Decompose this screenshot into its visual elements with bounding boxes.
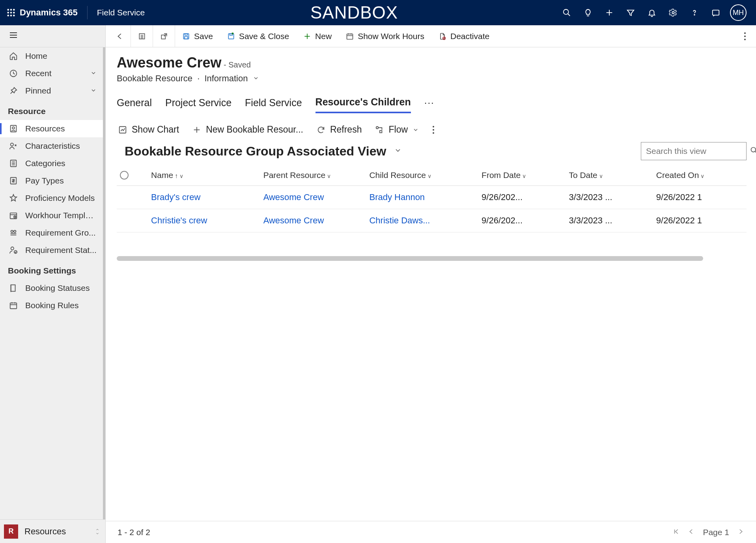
area-switcher[interactable]: R Resources <box>0 519 105 543</box>
deactivate-button[interactable]: Deactivate <box>431 25 497 47</box>
product-brand[interactable]: Dynamics 365 <box>18 7 82 18</box>
form-command-bar: Save Save & Close New Show Work Hours De… <box>106 25 756 47</box>
search-view[interactable] <box>641 142 747 160</box>
search-input[interactable] <box>645 146 750 156</box>
show-chart-button[interactable]: Show Chart <box>118 124 179 135</box>
svg-point-8 <box>13 15 15 17</box>
svg-point-22 <box>11 143 13 146</box>
page-label: Page 1 <box>703 528 729 537</box>
col-created[interactable]: Created On∨ <box>653 165 747 186</box>
back-button[interactable] <box>109 25 131 47</box>
svg-point-5 <box>13 12 15 13</box>
refresh-button[interactable]: Refresh <box>317 124 362 135</box>
nav-characteristics[interactable]: Characteristics <box>0 137 103 155</box>
nav-item-label: Requirement Stat... <box>25 245 97 255</box>
chevron-down-icon[interactable] <box>253 73 259 83</box>
form-name[interactable]: Information <box>204 73 248 83</box>
show-work-hours-button[interactable]: Show Work Hours <box>339 25 431 47</box>
search-icon[interactable] <box>750 146 756 156</box>
divider <box>87 6 88 19</box>
nav-group-booking-settings: Booking Settings <box>0 259 103 279</box>
select-all[interactable] <box>117 165 148 186</box>
svg-rect-37 <box>11 285 15 292</box>
nav-pay-types[interactable]: Pay Types <box>0 172 103 189</box>
nav-home[interactable]: Home <box>0 47 103 65</box>
cell-child[interactable]: Christie Daws... <box>366 209 478 232</box>
horizontal-scrollbar[interactable] <box>117 256 703 261</box>
cell-from: 9/26/202... <box>478 186 566 209</box>
nav-recent[interactable]: Recent <box>0 65 103 82</box>
assistant-icon[interactable] <box>709 6 723 20</box>
new-row-button[interactable]: New Bookable Resour... <box>192 124 303 135</box>
col-child[interactable]: Child Resource∨ <box>366 165 478 186</box>
col-to[interactable]: To Date∨ <box>566 165 653 186</box>
search-icon[interactable] <box>560 6 574 20</box>
first-page-icon[interactable] <box>673 528 680 537</box>
app-launcher-icon[interactable] <box>4 6 18 20</box>
command-overflow-icon[interactable] <box>737 25 753 47</box>
col-name[interactable]: Name↑∨ <box>148 165 260 186</box>
chevron-down-icon <box>90 86 97 95</box>
nav-resources[interactable]: Resources <box>0 120 103 137</box>
cell-parent[interactable]: Awesome Crew <box>260 186 366 209</box>
deactivate-label: Deactivate <box>450 32 489 41</box>
tab-field-service[interactable]: Field Service <box>245 95 302 112</box>
svg-point-67 <box>376 126 379 129</box>
lightbulb-icon[interactable] <box>581 6 595 20</box>
nav-item-label: Requirement Gro... <box>25 228 97 238</box>
nav-proficiency[interactable]: Proficiency Models <box>0 189 103 207</box>
tab-general[interactable]: General <box>117 95 152 112</box>
next-page-icon[interactable] <box>737 528 744 537</box>
svg-point-31 <box>11 230 13 233</box>
nav-categories[interactable]: Categories <box>0 155 103 172</box>
bell-icon[interactable] <box>645 6 659 20</box>
svg-point-0 <box>7 9 9 11</box>
nav-requirement-groups[interactable]: Requirement Gro... <box>0 224 103 242</box>
svg-point-1 <box>10 9 12 11</box>
svg-point-3 <box>7 12 9 13</box>
tab-overflow-icon[interactable]: ··· <box>424 97 435 110</box>
nav-requirement-statuses[interactable]: Requirement Stat... <box>0 242 103 259</box>
nav-pinned[interactable]: Pinned <box>0 82 103 99</box>
view-selector-chevron-icon[interactable] <box>394 146 402 156</box>
svg-rect-51 <box>228 34 233 39</box>
open-record-set-icon[interactable] <box>131 25 153 47</box>
table-row[interactable]: Brady's crew Awesome Crew Brady Hannon 9… <box>117 186 747 209</box>
nav-item-label: Categories <box>25 159 97 168</box>
new-button[interactable]: New <box>296 25 339 47</box>
grid-footer: 1 - 2 of 2 Page 1 <box>106 521 756 543</box>
cell-name[interactable]: Brady's crew <box>148 186 260 209</box>
cell-name[interactable]: Christie's crew <box>148 209 260 232</box>
cell-child[interactable]: Brady Hannon <box>366 186 478 209</box>
tab-resources-children[interactable]: Resource's Children <box>315 94 411 113</box>
plus-icon[interactable] <box>602 6 616 20</box>
nav-booking-rules[interactable]: Booking Rules <box>0 297 103 314</box>
help-icon[interactable] <box>687 6 702 20</box>
svg-point-35 <box>11 247 14 250</box>
table-row[interactable]: Christie's crew Awesome Crew Christie Da… <box>117 209 747 232</box>
save-close-button[interactable]: Save & Close <box>220 25 296 47</box>
tab-project-service[interactable]: Project Service <box>165 95 231 112</box>
popout-icon[interactable] <box>153 25 175 47</box>
subgrid-overflow-icon[interactable] <box>432 125 435 134</box>
svg-rect-49 <box>185 34 188 35</box>
flow-button[interactable]: Flow <box>375 124 419 135</box>
nav-group-resource: Resource <box>0 99 103 120</box>
cell-parent[interactable]: Awesome Crew <box>260 209 366 232</box>
nav-workhour-templates[interactable]: Workhour Templa... <box>0 207 103 224</box>
save-button[interactable]: Save <box>175 25 220 47</box>
user-avatar[interactable]: MH <box>730 4 747 21</box>
col-parent[interactable]: Parent Resource∨ <box>260 165 366 186</box>
nav-home-label: Home <box>25 51 97 61</box>
show-chart-label: Show Chart <box>132 124 179 135</box>
view-title[interactable]: Bookable Resource Group Associated View <box>125 144 386 159</box>
prev-page-icon[interactable] <box>688 528 695 537</box>
nav-booking-statuses[interactable]: Booking Statuses <box>0 279 103 297</box>
module-name[interactable]: Field Service <box>93 8 149 17</box>
sidebar-toggle-icon[interactable] <box>9 30 18 42</box>
filter-icon[interactable] <box>623 6 638 20</box>
col-from[interactable]: From Date∨ <box>478 165 566 186</box>
svg-line-10 <box>568 14 570 16</box>
subgrid-command-bar: Show Chart New Bookable Resour... Refres… <box>117 124 747 135</box>
gear-icon[interactable] <box>666 6 680 20</box>
